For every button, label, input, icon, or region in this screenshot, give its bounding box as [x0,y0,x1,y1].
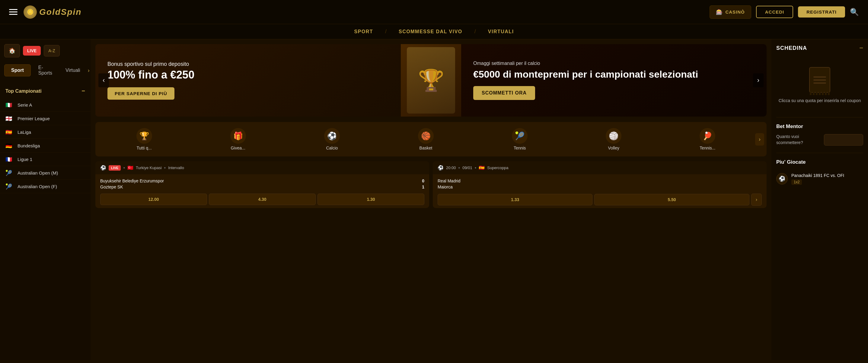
sidebar-live-button[interactable]: LIVE [23,46,41,56]
sport-icon-basket[interactable]: 🏀 Basket [379,124,472,154]
flag-laliga: 🇪🇸 [5,129,14,135]
match-1-odd-2[interactable]: 4.30 [209,193,316,205]
sidebar-item-premier-league[interactable]: 🏴󠁧󠁢󠁥󠁮󠁧󠁿 Premier League [0,112,91,125]
hamburger-menu[interactable] [9,9,18,15]
header-left: 🪙 GoldSpin [9,5,82,19]
sport-icon-tennis[interactable]: 🎾 Tennis [473,124,566,154]
flag-ligue-1: 🇫🇷 [5,156,14,162]
sidebar-item-serie-a[interactable]: 🇮🇹 Serie A [0,98,91,112]
sidebar-home-button[interactable]: 🏠 [4,44,20,57]
banner-arrow-left[interactable]: ‹ [98,73,109,87]
receipt-line-2 [813,80,826,81]
nav-separator-1: / [385,28,386,35]
banner-right-cta[interactable]: SCOMMETTI ORA [473,86,535,100]
nav-item-sport[interactable]: SPORT [354,29,373,34]
flag-australian-open-f: 🎾 [5,183,14,189]
match-2-odd-1[interactable]: 1.33 [438,194,592,205]
sidebar-section-collapse[interactable]: − [82,88,85,94]
tennis-label: Tennis [514,146,526,150]
schedina-header: SCHEDINA − [776,44,863,52]
registrati-button[interactable]: REGISTRATI [798,6,845,18]
match-2-teams: Real Madrid Maiorca [438,179,762,189]
piu-giocate-info-1: Panachaiki 1891 FC vs. OFI 1x2 [791,173,863,185]
matches-row: ⚽ LIVE • 🇹🇷 Turkiye Kupasi • Intervallo … [95,161,767,208]
accedi-button[interactable]: ACCEDI [756,6,794,18]
match-2-arrow-button[interactable]: › [751,193,762,206]
match-1-body: Buyuksehir Belediye Erzurumspor 0 Goztep… [95,174,429,208]
banner-container: ‹ Bonus sportivo sul primo deposito 100%… [95,44,767,117]
sidebar-item-australian-open-f[interactable]: 🎾 Australian Open (F) [0,180,91,193]
sidebar-section-title: Top Campionati − [0,84,91,98]
match-1-dot: • [123,165,125,171]
schedina-empty-state: Clicca su una quota per inserirla nel co… [776,58,863,110]
match-1-teams: Buyuksehir Belediye Erzurumspor 0 Goztep… [100,179,424,189]
sport-icons-arrow-button[interactable]: › [755,133,764,146]
sidebar-label-premier-league: Premier League [18,116,50,121]
logo[interactable]: 🪙 GoldSpin [24,5,82,19]
nav-bar: SPORT / SCOMMESSE DAL VIVO / VIRTUALI [0,24,868,39]
piu-giocate-section: Piu' Giocate ⚽ Panachaiki 1891 FC vs. OF… [776,153,863,188]
logo-text: GoldSpin [39,7,82,17]
piu-giocate-item-1[interactable]: ⚽ Panachaiki 1891 FC vs. OFI 1x2 [776,170,863,188]
sidebar-label-australian-open-f: Australian Open (F) [18,184,57,189]
match-2-team1-name: Real Madrid [438,179,460,183]
sidebar-az-button[interactable]: A-Z [44,45,60,57]
sport-icon-giveaway[interactable]: 🎁 Givea... [192,124,284,154]
tennis2-icon: 🏓 [700,128,715,144]
match-1-odd-3[interactable]: 1.30 [317,193,424,205]
giveaway-label: Givea... [231,146,245,150]
match-2-odd-2[interactable]: 5.50 [594,194,749,205]
banner-left-cta[interactable]: PER SAPERNE DI PIÙ [107,87,175,100]
sport-icon-tennis2[interactable]: 🏓 Tennis... [661,124,754,154]
header: 🪙 GoldSpin 🎰 CASINÒ ACCEDI REGISTRATI 🔍 [0,0,868,24]
match-2-flag: 🇪🇸 [479,165,485,171]
sidebar-item-laliga[interactable]: 🇪🇸 LaLiga [0,125,91,139]
bet-mentor-input[interactable] [824,134,863,146]
sidebar-tab-sport[interactable]: Sport [4,64,31,77]
sidebar-tab-virtuali[interactable]: Virtuali [60,64,86,77]
calcio-icon: ⚽ [324,128,340,144]
match-2-odds-row: 1.33 5.50 › [438,193,762,206]
match-2-date: 09/01 [462,165,472,170]
sport-icon-calcio[interactable]: ⚽ Calcio [285,124,378,154]
sidebar-tabs-top: 🏠 LIVE A-Z [0,44,91,62]
calcio-label: Calcio [326,146,338,150]
match-1-league: Turkiye Kupasi [136,165,162,170]
sidebar-label-bundesliga: Bundesliga [18,143,40,148]
piu-giocate-match-1: Panachaiki 1891 FC vs. OFI [791,173,863,178]
sport-icon-tutti[interactable]: 🏆 Tutti q... [98,124,190,154]
main-content: ‹ Bonus sportivo sul primo deposito 100%… [91,39,771,360]
sport-icons-row: 🏆 Tutti q... 🎁 Givea... ⚽ Calcio 🏀 Baske… [95,122,767,156]
tennis-icon: 🎾 [512,128,528,144]
search-button[interactable]: 🔍 [850,8,859,16]
match-1-team1-row: Buyuksehir Belediye Erzurumspor 0 [100,179,424,183]
tutti-label: Tutti q... [137,146,152,150]
volley-icon: 🏐 [606,128,621,144]
casino-button[interactable]: 🎰 CASINÒ [710,5,751,19]
bet-mentor-title: Bet Mentor [776,123,863,129]
sidebar-tab-esports[interactable]: E-Sports [33,62,58,79]
banner-arrow-right[interactable]: › [753,73,764,87]
casino-icon: 🎰 [716,9,723,16]
match-1-odd-1[interactable]: 12.00 [100,193,207,205]
casino-label: CASINÒ [725,9,745,14]
banner-left-subtitle: Bonus sportivo sul primo deposito [107,61,389,67]
nav-item-virtuali[interactable]: VIRTUALI [488,29,514,34]
tennis2-label: Tennis... [700,146,715,150]
sidebar-tabs-arrow[interactable]: › [88,67,90,74]
match-2-body: Real Madrid Maiorca 1.33 5.50 › [433,174,767,208]
match-2-team2-name: Maiorca [438,184,453,189]
sidebar-item-bundesliga[interactable]: 🇩🇪 Bundesliga [0,139,91,152]
match-1-team1-name: Buyuksehir Belediye Erzurumspor [100,179,164,183]
sport-icon-volley[interactable]: 🏐 Volley [567,124,660,154]
match-1-live-badge: LIVE [108,165,121,171]
nav-item-scommesse-dal-vivo[interactable]: SCOMMESSE DAL VIVO [399,29,462,34]
sidebar-item-ligue-1[interactable]: 🇫🇷 Ligue 1 [0,152,91,166]
sidebar-item-australian-open-m[interactable]: 🎾 Australian Open (M) [0,166,91,180]
bet-mentor-label: Quanto vuoi scommettere? [776,134,820,146]
match-1-team2-name: Goztepe SK [100,184,123,189]
match-2-team1-row: Real Madrid [438,179,762,183]
schedina-collapse-button[interactable]: − [859,44,863,52]
sidebar-label-laliga: LaLiga [18,129,31,135]
logo-icon: 🪙 [24,5,37,19]
